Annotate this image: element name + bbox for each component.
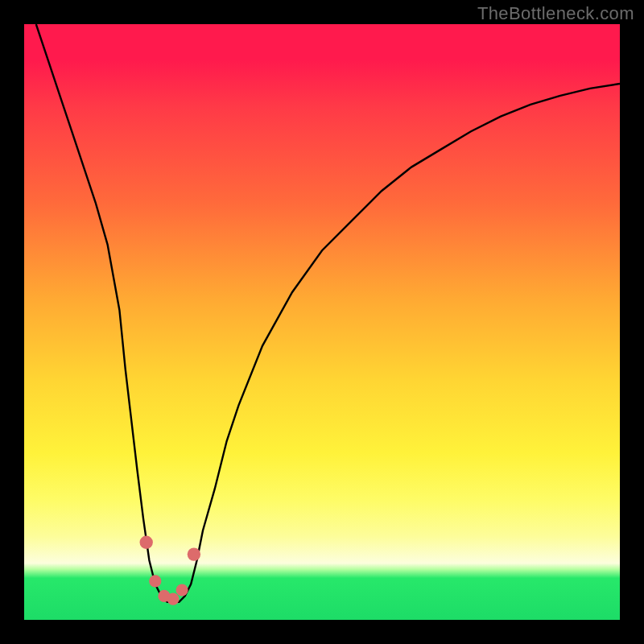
chart-stage: TheBottleneck.com (0, 0, 644, 644)
plot-area (24, 24, 620, 620)
marker-dot (167, 593, 179, 605)
minimum-markers (140, 536, 201, 605)
marker-dot (140, 536, 153, 549)
marker-dot (149, 575, 161, 587)
curve-layer (24, 24, 620, 620)
watermark-text: TheBottleneck.com (477, 3, 634, 24)
marker-dot (176, 584, 188, 596)
marker-dot (188, 547, 200, 560)
bottleneck-curve (36, 24, 620, 602)
